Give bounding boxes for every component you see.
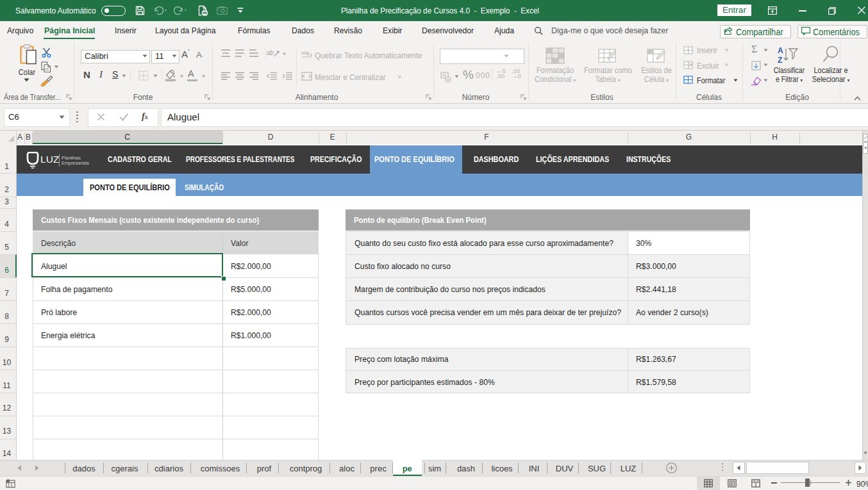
svg-text:ab: ab [267,49,274,56]
svg-text:ab: ab [301,50,307,56]
svg-text:A: A [778,46,783,55]
svg-text:Z: Z [778,56,782,64]
